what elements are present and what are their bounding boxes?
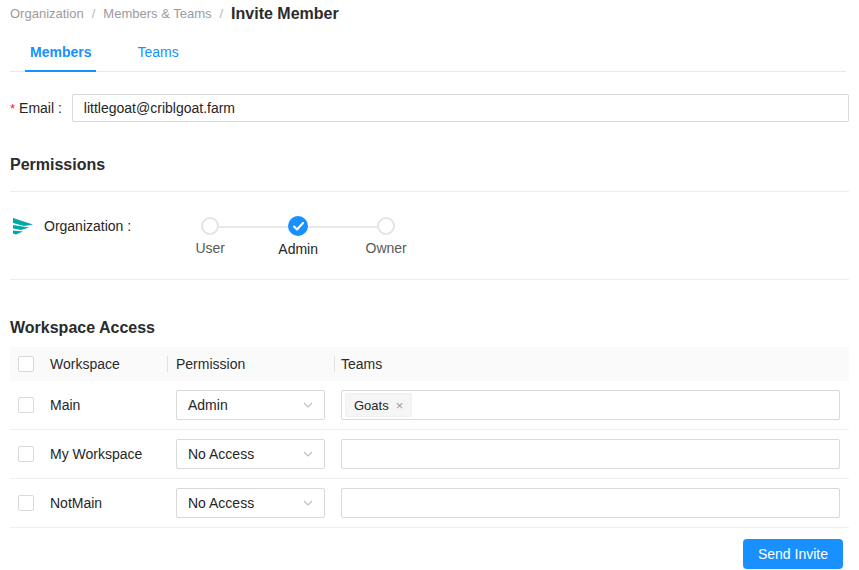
workspace-access-table: Workspace Permission Teams Main Admin: [10, 347, 849, 528]
teams-input[interactable]: Goats ×: [341, 390, 840, 420]
breadcrumb: Organization / Members & Teams / Invite …: [10, 0, 849, 24]
breadcrumb-separator: /: [219, 6, 223, 21]
org-permission-stepper: User Admin Owner: [166, 217, 430, 257]
tab-members[interactable]: Members: [25, 37, 96, 71]
table-row: Main Admin Goats ×: [10, 381, 849, 430]
permission-select[interactable]: Admin: [176, 390, 325, 420]
step-label-owner: Owner: [366, 240, 407, 256]
permission-select-value: No Access: [188, 446, 254, 462]
row-checkbox[interactable]: [18, 397, 34, 413]
table-row: NotMain No Access: [10, 479, 849, 528]
cell-permission: Admin: [167, 390, 334, 420]
teams-input[interactable]: [341, 488, 840, 518]
organization-logo-icon: [12, 215, 34, 237]
step-owner[interactable]: Owner: [342, 217, 430, 257]
chevron-down-icon: [303, 402, 313, 408]
organization-permission-row: Organization : User Admin Owner: [10, 192, 849, 279]
cell-select: [10, 397, 50, 413]
row-checkbox[interactable]: [18, 446, 34, 462]
cell-teams: [334, 488, 849, 518]
chevron-down-icon: [303, 451, 313, 457]
cell-teams: [334, 439, 849, 469]
permission-select[interactable]: No Access: [176, 439, 325, 469]
breadcrumb-organization[interactable]: Organization: [10, 6, 84, 21]
invite-member-page: Organization / Members & Teams / Invite …: [0, 0, 859, 569]
header-cell-select: [10, 356, 50, 372]
workspace-name: Main: [50, 397, 167, 413]
step-dot-admin[interactable]: [288, 216, 308, 236]
step-label-user: User: [195, 240, 225, 256]
breadcrumb-members-teams[interactable]: Members & Teams: [103, 6, 211, 21]
permission-select-value: No Access: [188, 495, 254, 511]
cell-select: [10, 446, 50, 462]
page-title: Invite Member: [231, 5, 339, 23]
divider: [10, 279, 849, 280]
footer-actions: Send Invite: [10, 528, 849, 569]
tab-bar: Members Teams: [10, 37, 846, 72]
required-asterisk: *: [10, 101, 15, 116]
step-label-admin: Admin: [278, 241, 318, 257]
cell-teams: Goats ×: [334, 390, 849, 420]
remove-tag-icon[interactable]: ×: [396, 398, 404, 413]
step-admin[interactable]: Admin: [254, 217, 342, 257]
teams-input[interactable]: [341, 439, 840, 469]
tab-teams[interactable]: Teams: [132, 37, 183, 71]
workspace-access-heading: Workspace Access: [10, 319, 849, 337]
cell-select: [10, 495, 50, 511]
table-header-row: Workspace Permission Teams: [10, 347, 849, 381]
permission-select-value: Admin: [188, 397, 228, 413]
cell-permission: No Access: [167, 439, 334, 469]
chevron-down-icon: [303, 500, 313, 506]
team-tag: Goats ×: [345, 393, 412, 417]
table-row: My Workspace No Access: [10, 430, 849, 479]
email-field[interactable]: [72, 94, 849, 122]
workspace-name: My Workspace: [50, 446, 167, 462]
check-icon: [293, 222, 304, 231]
permission-select[interactable]: No Access: [176, 488, 325, 518]
email-form-row: * Email :: [10, 94, 849, 122]
send-invite-button[interactable]: Send Invite: [743, 539, 843, 569]
select-all-checkbox[interactable]: [18, 356, 34, 372]
step-dot-user[interactable]: [201, 217, 219, 235]
header-cell-teams: Teams: [334, 356, 849, 372]
workspace-name: NotMain: [50, 495, 167, 511]
breadcrumb-separator: /: [92, 6, 96, 21]
header-cell-permission: Permission: [167, 356, 334, 372]
step-dot-owner[interactable]: [377, 217, 395, 235]
row-checkbox[interactable]: [18, 495, 34, 511]
header-cell-workspace: Workspace: [50, 356, 167, 372]
email-label: Email :: [19, 100, 62, 116]
cell-permission: No Access: [167, 488, 334, 518]
permissions-heading: Permissions: [10, 156, 849, 174]
organization-label: Organization :: [44, 215, 131, 237]
step-user[interactable]: User: [166, 217, 254, 257]
team-tag-label: Goats: [354, 398, 389, 413]
